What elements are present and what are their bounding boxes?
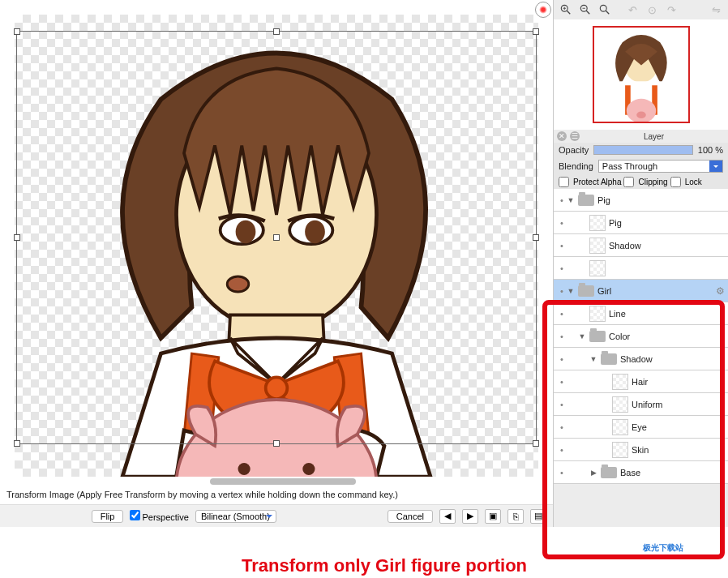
side-panel: ↶ ⊙ ↷ ⇋ ✕ ☰ Layer [553, 0, 728, 527]
handle-bottom-right[interactable] [533, 440, 539, 447]
interpolation-select[interactable]: Bilinear (Smooth) [195, 510, 276, 523]
layer-thumb-icon [589, 260, 606, 276]
layer-pig-folder[interactable]: •▼Pig [554, 189, 728, 212]
svg-line-14 [567, 11, 570, 14]
lock-label: Lock [685, 178, 702, 186]
visibility-dot[interactable]: • [557, 332, 567, 341]
blending-label: Blending [559, 161, 593, 171]
page-nav-1[interactable]: ◀ [439, 509, 456, 524]
handle-center[interactable] [273, 234, 280, 241]
folder-icon [578, 285, 594, 297]
layer-name: Line [609, 309, 725, 319]
handle-top-right[interactable] [533, 28, 539, 35]
zoom-in-icon[interactable] [557, 2, 575, 18]
layer-eye[interactable]: •Eye [554, 416, 728, 439]
rotate-right-icon[interactable]: ↷ [663, 2, 681, 18]
handle-bottom-left[interactable] [14, 440, 20, 447]
layers-list[interactable]: •▼Pig•Pig•Shadow••▼Girl⚙•Line•▼Color•▼Sh… [554, 189, 728, 527]
handle-top-center[interactable] [273, 28, 280, 35]
layer-uniform[interactable]: •Uniform [554, 393, 728, 416]
layer-girl-folder[interactable]: •▼Girl⚙ [554, 280, 728, 302]
layer-clip1[interactable]: • [554, 257, 728, 280]
flip-button[interactable]: Flip [92, 510, 124, 523]
canvas-viewport[interactable] [0, 0, 553, 485]
gear-icon[interactable]: ⚙ [716, 285, 725, 297]
expand-arrow[interactable]: ▼ [589, 355, 597, 363]
opacity-value: 100 % [698, 145, 723, 155]
folder-icon [589, 331, 606, 342]
visibility-dot[interactable]: • [557, 218, 567, 228]
expand-arrow[interactable]: ▶ [589, 469, 597, 477]
handle-mid-left[interactable] [14, 234, 20, 241]
visibility-dot[interactable]: • [557, 286, 567, 296]
page-nav-2[interactable]: ▶ [462, 509, 478, 524]
blending-select[interactable]: Pass Through [598, 160, 723, 173]
transform-options-bar: Flip Perspective Bilinear (Smooth) Cance… [0, 504, 553, 527]
visibility-dot[interactable]: • [557, 400, 567, 409]
handle-mid-right[interactable] [533, 234, 539, 241]
panel-title: Layer [583, 132, 725, 141]
annotation-text: Transform only Girl figure portion [242, 555, 527, 576]
layer-name: Base [620, 468, 725, 477]
layer-name: Hair [632, 377, 725, 387]
layer-name: Shadow [620, 354, 725, 364]
close-panel-icon[interactable]: ✕ [557, 131, 567, 141]
horizontal-scrollbar[interactable] [210, 478, 356, 485]
svg-line-18 [586, 11, 589, 14]
transform-bounding-box[interactable] [16, 31, 537, 444]
rotate-reset-icon[interactable]: ⊙ [644, 2, 662, 18]
panel-options-icon[interactable]: ☰ [570, 131, 580, 141]
protect-alpha-checkbox[interactable] [559, 177, 569, 187]
layer-shadow2[interactable]: •▼Shadow [554, 348, 728, 370]
layer-shadow1[interactable]: •Shadow [554, 234, 728, 257]
visibility-dot[interactable]: • [557, 309, 567, 319]
visibility-dot[interactable]: • [557, 263, 567, 273]
svg-line-21 [606, 11, 609, 14]
layer-pig-layer[interactable]: •Pig [554, 212, 728, 234]
layer-color[interactable]: •▼Color [554, 325, 728, 348]
visibility-dot[interactable]: • [557, 195, 567, 205]
svg-point-20 [600, 5, 606, 11]
navigator-thumbnail[interactable] [554, 19, 728, 130]
svg-point-27 [636, 111, 646, 118]
flip-h-icon[interactable]: ⇋ [707, 2, 725, 18]
layer-name: Uniform [632, 400, 725, 409]
handle-top-left[interactable] [14, 28, 20, 35]
layer-base[interactable]: •▶Base [554, 461, 728, 484]
expand-arrow[interactable]: ▼ [567, 287, 575, 295]
perspective-checkbox-label[interactable]: Perspective [130, 510, 188, 522]
visibility-dot[interactable]: • [557, 445, 567, 455]
layer-thumb-icon [612, 419, 628, 435]
visibility-dot[interactable]: • [557, 468, 567, 477]
page-nav-4[interactable]: ⎘ [507, 509, 524, 524]
layer-thumb-icon [612, 442, 628, 458]
expand-arrow[interactable]: ▼ [567, 196, 575, 204]
layer-name: Girl [597, 286, 716, 296]
zoom-fit-icon[interactable] [596, 2, 614, 18]
layer-thumb-icon [612, 374, 628, 390]
opacity-slider[interactable] [593, 145, 693, 155]
visibility-dot[interactable]: • [557, 422, 567, 432]
layer-name: Pig [609, 218, 725, 228]
layer-hair[interactable]: •Hair [554, 370, 728, 393]
expand-arrow[interactable]: ▼ [578, 332, 586, 340]
cancel-button[interactable]: Cancel [388, 510, 433, 523]
protect-alpha-label: Protect Alpha [573, 178, 621, 186]
zoom-out-icon[interactable] [576, 2, 594, 18]
visibility-dot[interactable]: • [557, 241, 567, 250]
blending-row: Blending Pass Through [554, 157, 728, 175]
visibility-dot[interactable]: • [557, 354, 567, 364]
clipping-checkbox[interactable] [623, 177, 634, 187]
rotate-left-icon[interactable]: ↶ [624, 2, 642, 18]
layer-line[interactable]: •Line [554, 302, 728, 325]
page-nav-3[interactable]: ▣ [485, 509, 501, 524]
folder-icon [601, 467, 617, 478]
page-nav-5[interactable]: ▤ [530, 509, 546, 524]
visibility-dot[interactable]: • [557, 377, 567, 387]
folder-icon [601, 353, 617, 365]
layer-skin[interactable]: •Skin [554, 439, 728, 461]
handle-bottom-center[interactable] [273, 440, 280, 447]
lock-checkbox[interactable] [670, 177, 681, 187]
document-indicator-icon [535, 2, 551, 18]
perspective-checkbox[interactable] [130, 510, 140, 520]
